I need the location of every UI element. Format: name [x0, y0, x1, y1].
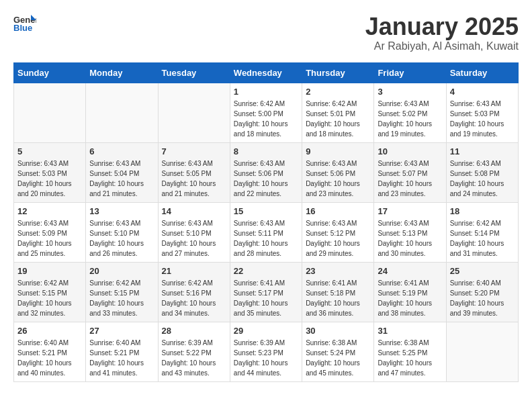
day-info: Sunrise: 6:43 AM Sunset: 5:12 PM Dayligh…	[306, 218, 370, 259]
calendar-cell: 22Sunrise: 6:41 AM Sunset: 5:17 PM Dayli…	[230, 262, 302, 322]
day-number: 6	[89, 146, 154, 156]
day-info: Sunrise: 6:43 AM Sunset: 5:07 PM Dayligh…	[378, 158, 442, 199]
weekday-header-monday: Monday	[86, 62, 158, 83]
day-number: 9	[306, 146, 370, 156]
calendar-cell: 15Sunrise: 6:43 AM Sunset: 5:11 PM Dayli…	[230, 202, 302, 262]
day-number: 20	[89, 266, 154, 276]
day-number: 16	[306, 206, 370, 216]
day-info: Sunrise: 6:43 AM Sunset: 5:02 PM Dayligh…	[378, 99, 442, 139]
calendar-cell: 14Sunrise: 6:43 AM Sunset: 5:10 PM Dayli…	[158, 202, 230, 262]
calendar-week-3: 12Sunrise: 6:43 AM Sunset: 5:09 PM Dayli…	[14, 202, 519, 262]
day-number: 24	[378, 266, 442, 276]
day-info: Sunrise: 6:42 AM Sunset: 5:00 PM Dayligh…	[234, 99, 298, 139]
day-number: 23	[306, 266, 370, 276]
calendar-cell: 6Sunrise: 6:43 AM Sunset: 5:04 PM Daylig…	[86, 142, 158, 202]
day-info: Sunrise: 6:43 AM Sunset: 5:06 PM Dayligh…	[306, 158, 370, 199]
calendar-cell: 12Sunrise: 6:43 AM Sunset: 5:09 PM Dayli…	[14, 202, 86, 262]
calendar-cell: 3Sunrise: 6:43 AM Sunset: 5:02 PM Daylig…	[374, 83, 446, 142]
page-header: General Blue January 2025 Ar Rabiyah, Al…	[13, 13, 519, 52]
day-info: Sunrise: 6:40 AM Sunset: 5:20 PM Dayligh…	[450, 278, 515, 318]
calendar-cell: 29Sunrise: 6:39 AM Sunset: 5:23 PM Dayli…	[230, 322, 302, 381]
day-info: Sunrise: 6:42 AM Sunset: 5:01 PM Dayligh…	[306, 99, 370, 139]
calendar-cell	[86, 83, 158, 142]
weekday-header-tuesday: Tuesday	[158, 62, 230, 83]
day-number: 27	[89, 326, 154, 336]
day-info: Sunrise: 6:43 AM Sunset: 5:08 PM Dayligh…	[450, 158, 515, 199]
day-number: 28	[162, 326, 226, 336]
title-section: January 2025 Ar Rabiyah, Al Asimah, Kuwa…	[365, 13, 519, 52]
day-info: Sunrise: 6:42 AM Sunset: 5:14 PM Dayligh…	[450, 218, 515, 259]
day-info: Sunrise: 6:40 AM Sunset: 5:21 PM Dayligh…	[89, 338, 154, 378]
day-number: 13	[89, 206, 154, 216]
logo-icon: General Blue	[13, 13, 36, 32]
weekday-header-friday: Friday	[374, 62, 446, 83]
location-subtitle: Ar Rabiyah, Al Asimah, Kuwait	[365, 40, 519, 52]
calendar-cell: 2Sunrise: 6:42 AM Sunset: 5:01 PM Daylig…	[302, 83, 374, 142]
day-number: 5	[17, 146, 82, 156]
day-info: Sunrise: 6:38 AM Sunset: 5:24 PM Dayligh…	[306, 338, 370, 378]
weekday-header-thursday: Thursday	[302, 62, 374, 83]
weekday-header-wednesday: Wednesday	[230, 62, 302, 83]
day-number: 29	[234, 326, 298, 336]
calendar-cell: 5Sunrise: 6:43 AM Sunset: 5:03 PM Daylig…	[14, 142, 86, 202]
calendar-table: SundayMondayTuesdayWednesdayThursdayFrid…	[13, 62, 519, 382]
calendar-cell: 24Sunrise: 6:41 AM Sunset: 5:19 PM Dayli…	[374, 262, 446, 322]
calendar-cell: 18Sunrise: 6:42 AM Sunset: 5:14 PM Dayli…	[446, 202, 518, 262]
calendar-cell: 4Sunrise: 6:43 AM Sunset: 5:03 PM Daylig…	[446, 83, 518, 142]
calendar-cell: 21Sunrise: 6:42 AM Sunset: 5:16 PM Dayli…	[158, 262, 230, 322]
day-number: 26	[17, 326, 82, 336]
day-info: Sunrise: 6:40 AM Sunset: 5:21 PM Dayligh…	[17, 338, 82, 378]
day-info: Sunrise: 6:39 AM Sunset: 5:23 PM Dayligh…	[234, 338, 298, 378]
day-info: Sunrise: 6:42 AM Sunset: 5:16 PM Dayligh…	[162, 278, 226, 318]
calendar-cell: 30Sunrise: 6:38 AM Sunset: 5:24 PM Dayli…	[302, 322, 374, 381]
day-number: 3	[378, 87, 442, 97]
day-info: Sunrise: 6:41 AM Sunset: 5:18 PM Dayligh…	[306, 278, 370, 318]
logo: General Blue	[13, 13, 36, 32]
day-number: 10	[378, 146, 442, 156]
calendar-header-row: SundayMondayTuesdayWednesdayThursdayFrid…	[14, 62, 519, 83]
day-number: 31	[378, 326, 442, 336]
calendar-cell: 1Sunrise: 6:42 AM Sunset: 5:00 PM Daylig…	[230, 83, 302, 142]
day-info: Sunrise: 6:43 AM Sunset: 5:10 PM Dayligh…	[162, 218, 226, 259]
day-number: 21	[162, 266, 226, 276]
day-info: Sunrise: 6:43 AM Sunset: 5:06 PM Dayligh…	[234, 158, 298, 199]
calendar-week-1: 1Sunrise: 6:42 AM Sunset: 5:00 PM Daylig…	[14, 83, 519, 142]
day-number: 2	[306, 87, 370, 97]
calendar-cell: 8Sunrise: 6:43 AM Sunset: 5:06 PM Daylig…	[230, 142, 302, 202]
day-number: 17	[378, 206, 442, 216]
day-info: Sunrise: 6:43 AM Sunset: 5:09 PM Dayligh…	[17, 218, 82, 259]
day-number: 1	[234, 87, 298, 97]
calendar-cell: 19Sunrise: 6:42 AM Sunset: 5:15 PM Dayli…	[14, 262, 86, 322]
day-number: 8	[234, 146, 298, 156]
day-number: 14	[162, 206, 226, 216]
day-number: 30	[306, 326, 370, 336]
day-info: Sunrise: 6:39 AM Sunset: 5:22 PM Dayligh…	[162, 338, 226, 378]
calendar-cell: 31Sunrise: 6:38 AM Sunset: 5:25 PM Dayli…	[374, 322, 446, 381]
day-number: 11	[450, 146, 515, 156]
day-info: Sunrise: 6:41 AM Sunset: 5:19 PM Dayligh…	[378, 278, 442, 318]
calendar-cell: 20Sunrise: 6:42 AM Sunset: 5:15 PM Dayli…	[86, 262, 158, 322]
calendar-cell: 27Sunrise: 6:40 AM Sunset: 5:21 PM Dayli…	[86, 322, 158, 381]
calendar-cell: 16Sunrise: 6:43 AM Sunset: 5:12 PM Dayli…	[302, 202, 374, 262]
calendar-cell: 26Sunrise: 6:40 AM Sunset: 5:21 PM Dayli…	[14, 322, 86, 381]
calendar-cell	[158, 83, 230, 142]
calendar-cell	[14, 83, 86, 142]
calendar-cell	[446, 322, 518, 381]
weekday-header-saturday: Saturday	[446, 62, 518, 83]
calendar-cell: 28Sunrise: 6:39 AM Sunset: 5:22 PM Dayli…	[158, 322, 230, 381]
calendar-cell: 13Sunrise: 6:43 AM Sunset: 5:10 PM Dayli…	[86, 202, 158, 262]
day-info: Sunrise: 6:42 AM Sunset: 5:15 PM Dayligh…	[17, 278, 82, 318]
day-info: Sunrise: 6:43 AM Sunset: 5:05 PM Dayligh…	[162, 158, 226, 199]
day-number: 19	[17, 266, 82, 276]
calendar-cell: 10Sunrise: 6:43 AM Sunset: 5:07 PM Dayli…	[374, 142, 446, 202]
day-number: 22	[234, 266, 298, 276]
day-number: 25	[450, 266, 515, 276]
calendar-cell: 17Sunrise: 6:43 AM Sunset: 5:13 PM Dayli…	[374, 202, 446, 262]
day-number: 15	[234, 206, 298, 216]
day-info: Sunrise: 6:41 AM Sunset: 5:17 PM Dayligh…	[234, 278, 298, 318]
calendar-week-4: 19Sunrise: 6:42 AM Sunset: 5:15 PM Dayli…	[14, 262, 519, 322]
day-info: Sunrise: 6:43 AM Sunset: 5:03 PM Dayligh…	[17, 158, 82, 199]
month-title: January 2025	[365, 13, 519, 40]
day-number: 18	[450, 206, 515, 216]
calendar-cell: 25Sunrise: 6:40 AM Sunset: 5:20 PM Dayli…	[446, 262, 518, 322]
